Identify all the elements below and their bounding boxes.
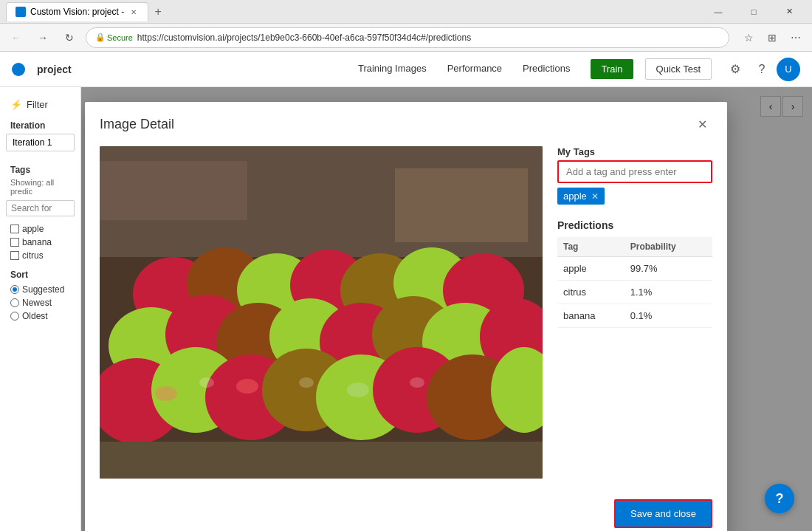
new-tab-button[interactable]: + [148,2,168,21]
app-logo [12,63,25,76]
filter-icon: ⚡ [10,99,22,110]
svg-point-27 [155,386,177,401]
apple-svg [100,146,543,479]
tag-checkbox-citrus[interactable] [10,251,19,260]
prediction-row-apple: apple 99.7% [557,257,712,281]
menu-button[interactable]: ⋯ [785,27,806,48]
col-header-tag: Tag [557,237,625,257]
app-header: project Training Images Performance Pred… [0,52,812,87]
radio-newest[interactable] [10,298,19,307]
back-button[interactable]: ← [6,27,27,48]
pred-prob-citrus: 1.1% [625,281,712,304]
favorites-button[interactable]: ☆ [738,27,759,48]
settings-icon[interactable]: ⚙ [723,58,747,81]
forward-button[interactable]: → [32,27,53,48]
modal-header: Image Detail ✕ [85,102,727,140]
modal-close-button[interactable]: ✕ [692,114,712,134]
help-header-icon[interactable]: ? [750,58,774,81]
modal-title: Image Detail [100,117,174,132]
browser-titlebar: Custom Vision: project - ✕ + — □ ✕ [0,0,812,24]
radio-suggested[interactable] [10,285,19,294]
image-detail-modal: Image Detail ✕ [85,102,727,531]
sort-suggested[interactable]: Suggested [6,283,75,296]
header-icons: ⚙ ? U [723,58,800,81]
url-text: https://customvision.ai/projects/1eb9e0c… [137,32,720,43]
tag-checkbox-apple[interactable] [10,225,19,233]
minimize-button[interactable]: — [701,0,735,24]
pred-prob-apple: 99.7% [625,257,712,281]
tab-favicon [16,7,26,17]
modal-image-section [100,146,543,479]
predictions-label: Predictions [557,219,712,231]
user-avatar[interactable]: U [777,58,800,81]
predictions-section: Predictions Tag Probability [557,219,712,328]
sort-newest-label: Newest [22,298,52,308]
app-name: project [37,64,72,75]
nav-training-images[interactable]: Training Images [349,52,436,87]
sort-section: Sort Suggested Newest Oldest [6,270,75,323]
tags-search-input[interactable] [6,200,75,216]
nav-performance[interactable]: Performance [438,52,511,87]
apple-image-display [100,146,543,479]
tag-checkbox-banana[interactable] [10,238,19,247]
tag-label-citrus: citrus [22,250,44,261]
refresh-button[interactable]: ↻ [59,27,80,48]
tag-item-citrus[interactable]: citrus [6,249,75,262]
tab-close-btn[interactable]: ✕ [128,7,139,17]
quick-test-button[interactable]: Quick Test [645,58,712,80]
modal-body: My Tags apple ✕ Predictions [85,140,727,490]
window-controls: — □ ✕ [701,0,806,24]
radio-oldest[interactable] [10,312,19,321]
pred-tag-apple: apple [557,257,625,281]
svg-rect-30 [100,442,543,479]
sort-label: Sort [10,270,75,280]
help-button[interactable]: ? [765,484,794,513]
tag-label-apple: apple [22,224,44,234]
sidebar: ⚡ Filter Iteration Iteration 1 Tags Show… [0,87,81,531]
pred-tag-citrus: citrus [557,281,625,304]
tag-chips: apple ✕ [557,188,712,205]
svg-point-31 [199,377,214,388]
prediction-row-citrus: citrus 1.1% [557,281,712,304]
svg-point-28 [236,379,258,394]
maximize-button[interactable]: □ [737,0,771,24]
svg-rect-2 [395,168,528,242]
tag-input[interactable] [557,160,712,183]
svg-rect-3 [100,161,247,220]
tag-chip-remove-apple[interactable]: ✕ [591,191,599,202]
secure-badge: 🔒 Secure [95,32,133,42]
my-tags-label: My Tags [557,146,712,157]
modal-detail-section: My Tags apple ✕ Predictions [557,146,712,479]
sort-suggested-label: Suggested [22,284,64,295]
modal-image [100,146,543,479]
browser-tab[interactable]: Custom Vision: project - ✕ [6,2,148,21]
tags-section-label: Tags [10,165,75,175]
sidebar-filter[interactable]: ⚡ Filter [6,96,75,113]
train-button[interactable]: Train [591,59,633,79]
tags-showing-text: Showing: all predic [6,178,75,196]
tag-label-banana: banana [22,237,52,247]
tag-item-apple[interactable]: apple [6,222,75,236]
save-and-close-button[interactable]: Save and close [614,499,712,528]
tag-chip-apple: apple ✕ [557,188,605,205]
svg-point-33 [410,377,424,388]
content-area: ‹ › Image Detail ✕ [81,87,812,531]
close-button[interactable]: ✕ [772,0,806,24]
col-header-probability: Probability [625,237,712,257]
modal-overlay: Image Detail ✕ [81,87,812,531]
sort-oldest[interactable]: Oldest [6,309,75,323]
nav-predictions[interactable]: Predictions [514,52,579,87]
tab-title: Custom Vision: project - [30,7,124,17]
windows-button[interactable]: ⊞ [762,27,782,48]
main-content: ⚡ Filter Iteration Iteration 1 Tags Show… [0,87,812,531]
predictions-table: Tag Probability apple 99.7% [557,237,712,328]
svg-point-29 [347,383,369,397]
pred-tag-banana: banana [557,304,625,328]
sort-newest[interactable]: Newest [6,296,75,309]
iteration-button[interactable]: Iteration 1 [6,134,75,151]
sort-oldest-label: Oldest [22,311,48,321]
app-nav: Training Images Performance Predictions [349,52,579,87]
modal-footer: Save and close [85,490,727,531]
tag-item-banana[interactable]: banana [6,236,75,249]
address-bar[interactable]: 🔒 Secure https://customvision.ai/project… [86,27,729,48]
